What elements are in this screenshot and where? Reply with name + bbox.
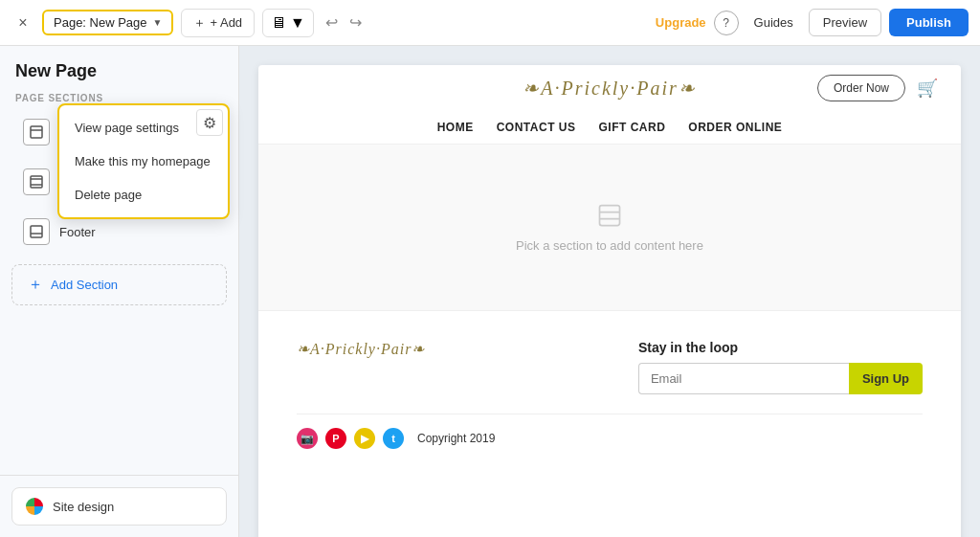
device-selector[interactable]: 🖥 ▼ xyxy=(262,9,314,37)
footer-top: ❧A·Prickly·Pair❧ Stay in the loop Sign U… xyxy=(297,340,923,394)
instagram-icon[interactable]: 📷 xyxy=(297,428,318,449)
signup-button[interactable]: Sign Up xyxy=(849,363,923,394)
add-button[interactable]: ＋ + Add xyxy=(181,9,255,37)
svg-rect-2 xyxy=(31,176,42,188)
sidebar-header: New Page xyxy=(0,46,238,85)
nav-link-giftcard[interactable]: GIFT CARD xyxy=(598,121,665,134)
publish-button[interactable]: Publish xyxy=(889,9,969,36)
help-button[interactable]: ? xyxy=(714,11,739,35)
sidebar: New Page PAGE SECTIONS Header Main ba...… xyxy=(0,46,239,537)
undo-button[interactable]: ↩ xyxy=(322,10,342,35)
topbar: × Page: New Page ▼ ＋ + Add 🖥 ▼ ↩ ↪ Upgra… xyxy=(0,0,980,46)
footer-logo: ❧A·Prickly·Pair❧ xyxy=(297,340,425,358)
upgrade-button[interactable]: Upgrade xyxy=(656,15,706,30)
chevron-down-icon: ▼ xyxy=(153,17,163,28)
footer-section-label: Footer xyxy=(59,225,96,239)
cart-icon[interactable]: 🛒 xyxy=(917,78,938,99)
context-menu-delete-page[interactable]: Delete page xyxy=(59,178,228,212)
preview-header: ❧A·Prickly·Pair❧ Order Now 🛒 xyxy=(258,65,961,111)
close-button[interactable]: × xyxy=(11,11,34,34)
empty-section[interactable]: Pick a section to add content here xyxy=(258,145,961,310)
canvas[interactable]: ❧A·Prickly·Pair❧ Order Now 🛒 HOME CONTAC… xyxy=(239,46,980,537)
preview-footer: ❧A·Prickly·Pair❧ Stay in the loop Sign U… xyxy=(258,310,961,468)
page-selector[interactable]: Page: New Page ▼ xyxy=(42,10,173,35)
pinterest-icon[interactable]: P xyxy=(325,428,346,449)
desktop-icon: 🖥 xyxy=(271,14,286,32)
site-design-label: Site design xyxy=(53,500,114,514)
svg-rect-5 xyxy=(31,226,42,237)
header-section-icon xyxy=(23,119,50,145)
undo-redo-group: ↩ ↪ xyxy=(322,10,366,35)
footer-bottom: 📷 P ▶ t Copyright 2019 xyxy=(297,414,923,449)
newsletter-label: Stay in the loop xyxy=(638,340,923,355)
preview-nav-links: HOME CONTACT US GIFT CARD ORDER ONLINE xyxy=(258,111,961,145)
footer-newsletter: Stay in the loop Sign Up xyxy=(638,340,923,394)
page-title: New Page xyxy=(15,61,223,81)
order-now-button[interactable]: Order Now xyxy=(817,75,905,101)
youtube-icon[interactable]: ▶ xyxy=(354,428,375,449)
plus-icon: ＋ xyxy=(28,275,43,295)
add-icon: ＋ xyxy=(193,14,206,32)
copyright-text: Copyright 2019 xyxy=(417,432,495,445)
nav-link-contact[interactable]: CONTACT US xyxy=(497,121,576,134)
email-row: Sign Up xyxy=(638,363,923,394)
page-selector-label: Page: New Page xyxy=(54,15,147,30)
settings-gear-button[interactable]: ⚙ xyxy=(196,109,223,136)
twitter-icon[interactable]: t xyxy=(383,428,404,449)
guides-button[interactable]: Guides xyxy=(746,11,801,34)
nav-link-order[interactable]: ORDER ONLINE xyxy=(688,121,782,134)
chevron-down-icon: ▼ xyxy=(290,14,305,32)
nav-link-home[interactable]: HOME xyxy=(437,121,474,134)
add-section-button[interactable]: ＋ Add Section xyxy=(11,264,227,305)
empty-section-text: Pick a section to add content here xyxy=(516,238,703,253)
preview-logo: ❧A·Prickly·Pair❧ xyxy=(523,77,697,100)
main-layout: New Page PAGE SECTIONS Header Main ba...… xyxy=(0,46,980,537)
preview-button[interactable]: Preview xyxy=(809,9,881,36)
site-design-button[interactable]: Site design xyxy=(11,487,227,526)
sidebar-bottom: Site design xyxy=(0,475,238,537)
svg-rect-7 xyxy=(600,206,620,226)
email-input[interactable] xyxy=(638,363,849,394)
site-design-icon xyxy=(26,498,43,515)
redo-button[interactable]: ↪ xyxy=(345,10,366,35)
footer-section-icon xyxy=(23,218,50,245)
context-menu-make-homepage[interactable]: Make this my homepage xyxy=(59,145,228,178)
main-banner-section-icon xyxy=(23,168,50,195)
page-preview: ❧A·Prickly·Pair❧ Order Now 🛒 HOME CONTAC… xyxy=(258,65,961,537)
svg-rect-0 xyxy=(31,126,42,138)
